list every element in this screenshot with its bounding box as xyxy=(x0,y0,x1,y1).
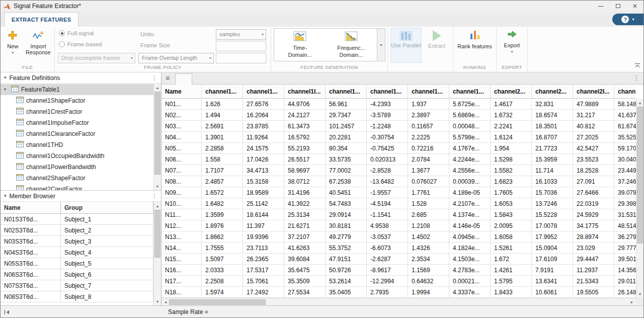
table-cell[interactable]: 1.2108 xyxy=(408,220,449,231)
table-cell[interactable]: 29.777 xyxy=(614,243,636,254)
member-name-cell[interactable]: N03S3T6d... xyxy=(1,236,61,247)
scroll-down-icon[interactable]: ▼ xyxy=(154,183,161,190)
table-cell[interactable]: 58.148 xyxy=(614,99,636,110)
table-cell[interactable]: -1.2248 xyxy=(367,121,408,132)
member-row[interactable]: N07S3T6d... Subject_7 xyxy=(1,280,153,291)
table-cell[interactable]: 16.2064 xyxy=(243,110,284,121)
column-header[interactable]: channel1... xyxy=(367,85,408,99)
scroll-right-icon[interactable]: ► xyxy=(628,298,635,305)
feature-tree-item[interactable]: channel1THD xyxy=(1,139,153,150)
table-cell[interactable]: N04... xyxy=(162,132,202,143)
table-cell[interactable]: 54.7483 xyxy=(326,198,367,209)
table-cell[interactable]: 34.4713 xyxy=(243,165,284,176)
table-cell[interactable]: 17.2492 xyxy=(243,287,284,298)
member-browser-scrollbar[interactable]: ▲ ▼ xyxy=(153,202,161,305)
table-cell[interactable]: N10... xyxy=(162,198,202,209)
table-cell[interactable]: 1.5097 xyxy=(202,254,243,265)
frequency-domain-features-button[interactable]: Frequenc... Domain... xyxy=(326,29,377,61)
table-cell[interactable]: 4.3337e... xyxy=(449,287,491,298)
table-cell[interactable]: 1.3599 xyxy=(202,209,243,220)
table-cell[interactable]: 47.9889 xyxy=(573,99,614,110)
table-cell[interactable]: 55.3752 xyxy=(326,243,367,254)
table-cell[interactable]: 11.9264 xyxy=(243,132,284,143)
table-cell[interactable]: 15.3959 xyxy=(532,154,573,165)
table-cell[interactable]: 23.7113 xyxy=(243,243,284,254)
table-cell[interactable]: 13.7246 xyxy=(532,198,573,209)
table-cell[interactable]: -4.2393 xyxy=(367,99,408,110)
member-name-cell[interactable]: N04S3T6d... xyxy=(1,247,61,258)
table-cell[interactable]: N18... xyxy=(162,287,202,298)
table-cell[interactable]: 1.6482 xyxy=(202,198,243,209)
table-cell[interactable]: 18.3501 xyxy=(532,121,573,132)
table-cell[interactable]: 2.2241 xyxy=(491,121,532,132)
table-cell[interactable]: 49.2779 xyxy=(326,231,367,243)
table-cell[interactable]: 32.831 xyxy=(532,99,573,110)
table-cell[interactable]: 1.3901 xyxy=(202,132,243,143)
table-cell[interactable]: 44.9706 xyxy=(284,99,326,110)
member-row[interactable]: N05S3T6d... Subject_5 xyxy=(1,258,153,269)
frame-size-input[interactable] xyxy=(216,41,266,51)
table-cell[interactable]: 17.9952 xyxy=(532,231,573,243)
table-cell[interactable]: N09... xyxy=(162,187,202,198)
table-cell[interactable]: 2.7935 xyxy=(367,287,408,298)
table-cell[interactable]: 35.525 xyxy=(614,132,636,143)
table-cell[interactable]: 21.5343 xyxy=(573,276,614,287)
scrollbar-thumb[interactable] xyxy=(154,92,160,175)
table-cell[interactable]: 1.8433 xyxy=(491,287,532,298)
table-cell[interactable]: 0.020313 xyxy=(367,154,408,165)
feature-tree-root[interactable]: ▾ FeatureTable1 xyxy=(1,84,153,95)
table-cell[interactable]: 11.2937 xyxy=(573,265,614,276)
table-cell[interactable]: N02... xyxy=(162,110,202,121)
units-dropdown[interactable]: samples ▾ xyxy=(216,29,266,40)
table-cell[interactable]: 1.4617 xyxy=(491,99,532,110)
table-cell[interactable]: 41.6263 xyxy=(284,243,326,254)
table-cell[interactable]: 37.246 xyxy=(614,176,636,187)
column-header[interactable]: channel1... xyxy=(408,85,449,99)
table-cell[interactable]: 1.6572 xyxy=(202,187,243,198)
table-cell[interactable]: -1.1541 xyxy=(367,209,408,220)
table-cell[interactable]: 35.3509 xyxy=(284,276,326,287)
member-group-cell[interactable]: Subject_6 xyxy=(61,269,153,280)
table-cell[interactable]: 4.146e-05 xyxy=(449,220,491,231)
scroll-down-icon[interactable]: ▼ xyxy=(636,290,643,297)
member-row[interactable]: N01S3T6d... Subject_1 xyxy=(1,214,153,225)
table-cell[interactable]: 1.4502 xyxy=(408,231,449,243)
column-header[interactable]: channel1... xyxy=(326,85,367,99)
member-name-cell[interactable]: N06S3T6d... xyxy=(1,269,61,280)
table-cell[interactable]: 53.2614 xyxy=(326,276,367,287)
table-cell[interactable]: 4.2556e... xyxy=(449,165,491,176)
table-cell[interactable]: 4.0945e... xyxy=(449,231,491,243)
feature-tree-item[interactable]: channel1ImpulseFactor xyxy=(1,117,153,128)
table-cell[interactable]: 11.397 xyxy=(243,220,284,231)
table-cell[interactable]: 67.2538 xyxy=(326,176,367,187)
table-cell[interactable]: 5.6725e... xyxy=(449,99,491,110)
table-cell[interactable]: 17.0426 xyxy=(243,154,284,165)
table-cell[interactable]: -1.9557 xyxy=(367,187,408,198)
table-cell[interactable]: 33.5735 xyxy=(326,154,367,165)
member-group-cell[interactable]: Subject_7 xyxy=(61,280,153,291)
frame-overlap-length-dropdown[interactable]: Frame Overlap Length ▾ xyxy=(138,53,214,63)
table-cell[interactable]: 58.9697 xyxy=(284,165,326,176)
feature-tree-item[interactable]: channel2CrestFactor xyxy=(1,184,153,190)
table-cell[interactable]: N13... xyxy=(162,231,202,243)
table-cell[interactable]: -4.5194 xyxy=(367,198,408,209)
scrollbar-thumb[interactable] xyxy=(169,299,266,305)
table-cell[interactable]: 34.1775 xyxy=(573,220,614,231)
column-header[interactable]: chann... xyxy=(614,85,636,99)
column-header[interactable]: Name xyxy=(1,202,61,213)
table-cell[interactable]: 39.079 xyxy=(614,187,636,198)
table-cell[interactable]: 4.9538 xyxy=(367,220,408,231)
table-cell[interactable]: 0.72216 xyxy=(408,143,449,154)
table-cell[interactable]: 41.3922 xyxy=(284,198,326,209)
feature-tree-item[interactable]: channel1ShapeFactor xyxy=(1,95,153,106)
table-cell[interactable]: 0.076027 xyxy=(408,176,449,187)
table-cell[interactable]: 21.7723 xyxy=(532,143,573,154)
column-header[interactable]: channel2... xyxy=(491,85,532,99)
table-cell[interactable]: 1.7761 xyxy=(408,187,449,198)
table-cell[interactable]: 41.637 xyxy=(614,110,636,121)
table-cell[interactable]: 18.9589 xyxy=(243,187,284,198)
table-cell[interactable]: 4.1503e... xyxy=(449,254,491,265)
table-cell[interactable]: 1.6823 xyxy=(491,176,532,187)
table-cell[interactable]: N15... xyxy=(162,254,202,265)
table-cell[interactable]: 2.2225 xyxy=(408,132,449,143)
